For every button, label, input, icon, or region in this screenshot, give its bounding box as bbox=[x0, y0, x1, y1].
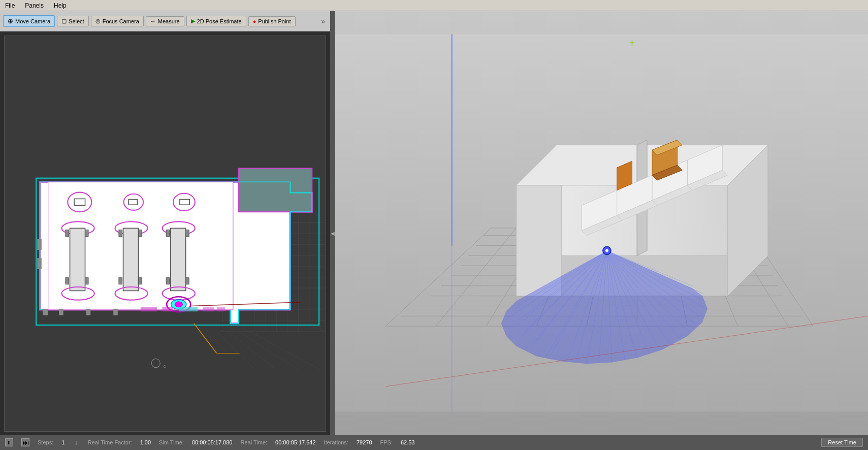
realtime-factor-value: 1.00 bbox=[140, 439, 151, 445]
pose-estimate-icon: ▶ bbox=[191, 18, 195, 24]
svg-rect-45 bbox=[123, 228, 139, 291]
svg-rect-70 bbox=[59, 309, 63, 315]
publish-point-label: Publish Point bbox=[258, 18, 291, 24]
measure-button[interactable]: ↔ Measure bbox=[146, 16, 184, 26]
svg-line-140 bbox=[536, 250, 607, 341]
svg-rect-39 bbox=[66, 230, 69, 237]
svg-marker-110 bbox=[582, 190, 617, 231]
svg-line-138 bbox=[519, 250, 607, 320]
svg-line-139 bbox=[525, 250, 606, 331]
focus-camera-button[interactable]: ◎ Focus Camera bbox=[91, 16, 144, 26]
svg-rect-71 bbox=[86, 309, 91, 315]
svg-line-149 bbox=[607, 250, 706, 302]
select-button[interactable]: ▢ Select bbox=[57, 16, 89, 26]
select-label: Select bbox=[69, 18, 84, 24]
svg-rect-77 bbox=[335, 35, 868, 412]
svg-rect-54 bbox=[186, 230, 189, 237]
pose-estimate-button[interactable]: ▶ 2D Pose Estimate bbox=[186, 16, 246, 26]
publish-point-icon: ● bbox=[253, 18, 256, 24]
svg-line-148 bbox=[607, 250, 700, 316]
left-edge-strip: ◀ bbox=[330, 11, 335, 450]
real-time-label: Real Time: bbox=[240, 439, 267, 445]
svg-line-94 bbox=[486, 228, 546, 326]
svg-line-128 bbox=[587, 250, 607, 364]
sim-time-value: 00:00:05:17.080 bbox=[192, 439, 233, 445]
svg-marker-115 bbox=[652, 185, 692, 206]
reset-time-button[interactable]: Reset Time bbox=[821, 438, 863, 447]
measure-label: Measure bbox=[158, 18, 180, 24]
svg-marker-106 bbox=[517, 145, 768, 185]
svg-line-129 bbox=[607, 250, 612, 363]
svg-rect-38 bbox=[70, 228, 85, 291]
svg-marker-102 bbox=[517, 255, 768, 296]
svg-rect-56 bbox=[186, 278, 189, 284]
svg-rect-73 bbox=[37, 239, 42, 250]
svg-line-93 bbox=[436, 228, 516, 326]
svg-rect-53 bbox=[166, 230, 169, 237]
measure-icon: ↔ bbox=[150, 18, 156, 24]
svg-rect-72 bbox=[113, 309, 118, 315]
svg-marker-119 bbox=[652, 165, 682, 180]
svg-line-95 bbox=[536, 228, 576, 326]
svg-rect-68 bbox=[217, 307, 225, 312]
svg-line-147 bbox=[607, 250, 687, 331]
svg-rect-69 bbox=[43, 309, 48, 315]
expand-toolbar-button[interactable]: » bbox=[319, 16, 327, 26]
svg-rect-67 bbox=[203, 307, 214, 312]
svg-marker-105 bbox=[728, 145, 768, 296]
svg-line-124 bbox=[522, 250, 607, 336]
svg-line-143 bbox=[599, 250, 607, 364]
floor-plan-svg: ○ bbox=[5, 36, 326, 431]
bottom-status-bar: ⏸ ⏭ Steps: 1 ↓ Real Time Factor: 1.00 Si… bbox=[0, 435, 868, 450]
svg-line-122 bbox=[511, 250, 607, 316]
svg-rect-52 bbox=[171, 228, 186, 291]
svg-point-151 bbox=[605, 249, 608, 252]
svg-line-101 bbox=[748, 228, 813, 326]
svg-marker-121 bbox=[617, 161, 632, 190]
svg-line-132 bbox=[607, 250, 680, 338]
menu-panels[interactable]: Panels bbox=[23, 1, 46, 10]
iterations-label: Iterations: bbox=[324, 439, 348, 445]
svg-rect-49 bbox=[139, 278, 142, 284]
svg-line-152 bbox=[385, 316, 868, 387]
move-camera-button[interactable]: ⊕ Move Camera bbox=[3, 15, 55, 27]
realtime-factor-label: Real Time Factor: bbox=[88, 439, 132, 445]
menu-help[interactable]: Help bbox=[52, 1, 69, 10]
svg-rect-74 bbox=[37, 258, 42, 269]
fps-label: FPS: bbox=[380, 439, 393, 445]
svg-line-100 bbox=[728, 228, 788, 326]
svg-line-127 bbox=[567, 250, 607, 362]
svg-marker-112 bbox=[617, 175, 652, 215]
right-panel-3d[interactable] bbox=[335, 11, 868, 450]
pause-button[interactable]: ⏸ bbox=[5, 438, 13, 446]
svg-rect-41 bbox=[66, 278, 69, 284]
svg-line-133 bbox=[607, 250, 695, 324]
svg-marker-113 bbox=[617, 200, 657, 220]
svg-line-137 bbox=[514, 250, 607, 308]
real-time-value: 00:00:05:17.642 bbox=[275, 439, 316, 445]
svg-text:○: ○ bbox=[163, 363, 166, 369]
svg-line-142 bbox=[575, 250, 606, 362]
svg-line-125 bbox=[531, 250, 607, 346]
svg-rect-55 bbox=[166, 278, 169, 284]
publish-point-button[interactable]: ● Publish Point bbox=[248, 16, 296, 26]
focus-camera-icon: ◎ bbox=[95, 18, 101, 24]
svg-line-131 bbox=[607, 250, 660, 350]
pose-estimate-label: 2D Pose Estimate bbox=[197, 18, 242, 24]
svg-line-92 bbox=[385, 228, 491, 326]
step-button[interactable]: ⏭ bbox=[21, 438, 29, 446]
svg-rect-66 bbox=[179, 307, 198, 312]
collapse-arrow[interactable]: ◀ bbox=[331, 231, 335, 236]
menu-file[interactable]: File bbox=[3, 1, 17, 10]
svg-line-123 bbox=[517, 250, 607, 326]
svg-point-150 bbox=[603, 247, 611, 255]
3d-viewport[interactable] bbox=[335, 11, 868, 435]
map-viewport[interactable]: ○ bbox=[4, 36, 326, 432]
sim-time-label: Sim Time: bbox=[159, 439, 184, 445]
svg-marker-116 bbox=[687, 145, 722, 185]
svg-line-146 bbox=[607, 250, 670, 344]
svg-point-60 bbox=[175, 302, 182, 307]
svg-marker-114 bbox=[652, 160, 687, 200]
svg-line-99 bbox=[697, 228, 737, 326]
move-camera-label: Move Camera bbox=[15, 18, 50, 24]
